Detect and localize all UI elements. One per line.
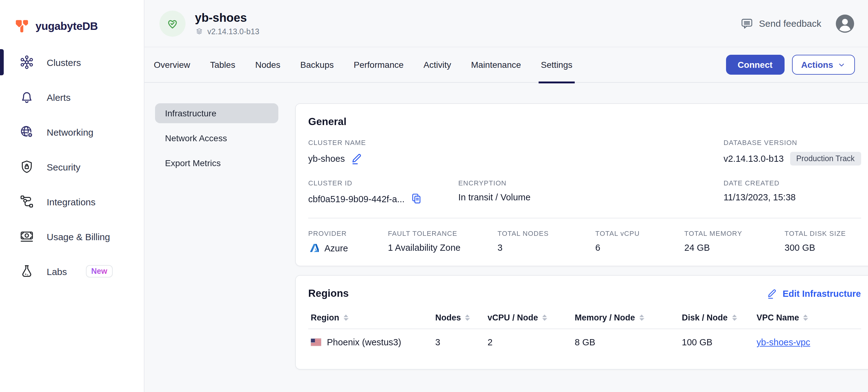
field-database-version: Database Version v2.14.13.0-b13 Producti… <box>723 139 861 165</box>
send-feedback-button[interactable]: Send feedback <box>740 17 821 30</box>
column-header-nodes[interactable]: Nodes <box>435 309 488 329</box>
azure-icon <box>308 243 319 253</box>
sidebar-nav: Clusters Alerts <box>0 45 144 289</box>
feedback-chat-icon <box>740 17 753 30</box>
copy-cluster-id-icon[interactable] <box>410 192 423 205</box>
subnav-item-network-access[interactable]: Network Access <box>155 128 278 148</box>
db-version-text: v2.14.13.0-b13 <box>207 27 259 36</box>
field-label: Total Disk Size <box>784 230 861 237</box>
brand-logo[interactable]: yugabyteDB <box>0 0 144 40</box>
field-cluster-name: Cluster Name yb-shoes <box>308 139 723 165</box>
general-card: General Cluster Name yb-shoes <box>295 103 868 266</box>
settings-content: Infrastructure Network Access Export Met… <box>145 83 868 369</box>
column-header-memory[interactable]: Memory / Node <box>575 309 682 329</box>
header-right: Send feedback <box>740 13 855 33</box>
date-created-value: 11/13/2023, 15:38 <box>723 192 796 202</box>
fault-tolerance-value: 1 Availability Zone <box>388 243 461 253</box>
field-total-memory: Total Memory 24 GB <box>684 230 784 253</box>
vpc-name-link[interactable]: yb-shoes-vpc <box>756 337 810 347</box>
sort-icon <box>803 314 809 322</box>
layers-icon <box>195 27 204 36</box>
total-disk-value: 300 GB <box>784 243 815 253</box>
field-total-nodes: Total Nodes 3 <box>497 230 595 253</box>
sidebar-item-security[interactable]: Security <box>0 149 144 184</box>
edit-cluster-name-icon[interactable] <box>350 152 363 165</box>
sidebar-item-label: Clusters <box>47 57 81 67</box>
sidebar-item-integrations[interactable]: Integrations <box>0 184 144 219</box>
app-root: yugabyteDB Clusters <box>0 0 868 392</box>
column-header-vpc[interactable]: VPC Name <box>756 309 861 329</box>
integrations-flow-icon <box>19 194 34 209</box>
sidebar-item-usage-billing[interactable]: Usage & Billing <box>0 219 144 254</box>
tab-activity[interactable]: Activity <box>424 47 451 83</box>
field-label: Provider <box>308 230 388 237</box>
user-avatar[interactable] <box>835 13 855 33</box>
connect-button[interactable]: Connect <box>726 55 784 75</box>
regions-card: Regions Edit Infrastructure <box>295 275 868 369</box>
production-track-badge: Production Track <box>790 152 861 165</box>
table-row-region[interactable]: Phoenix (westus3) 3 2 8 GB 100 GB yb-sho… <box>308 329 861 357</box>
field-cluster-id: Cluster ID cbf0a519-9b09-442f-a... <box>308 179 458 205</box>
subnav-item-infrastructure[interactable]: Infrastructure <box>155 103 278 123</box>
sidebar-item-label: Labs <box>47 266 67 276</box>
tab-backups[interactable]: Backups <box>301 47 334 83</box>
edit-infrastructure-link[interactable]: Edit Infrastructure <box>767 288 861 299</box>
region-nodes: 3 <box>435 329 488 357</box>
cards-column: General Cluster Name yb-shoes <box>295 103 868 369</box>
field-provider: Provider Azur <box>308 230 388 253</box>
regions-card-title: Regions <box>308 288 349 299</box>
settings-subnav: Infrastructure Network Access Export Met… <box>155 103 278 369</box>
sidebar-item-networking[interactable]: Networking <box>0 115 144 149</box>
total-nodes-value: 3 <box>497 243 502 253</box>
sidebar-item-clusters[interactable]: Clusters <box>0 45 144 79</box>
tab-overview[interactable]: Overview <box>154 47 190 83</box>
field-label: Total vCPU <box>595 230 684 237</box>
field-fault-tolerance: Fault Tolerance 1 Availability Zone <box>388 230 497 253</box>
field-label: Fault Tolerance <box>388 230 497 237</box>
tab-performance[interactable]: Performance <box>354 47 403 83</box>
shield-lock-icon <box>19 159 34 174</box>
region-vcpu: 2 <box>488 329 575 357</box>
encryption-value: In transit / Volume <box>458 192 530 202</box>
sort-icon <box>731 314 737 322</box>
tab-settings[interactable]: Settings <box>541 47 572 83</box>
field-label: Date Created <box>723 179 861 187</box>
cluster-name-value: yb-shoes <box>308 153 345 163</box>
cluster-health-badge <box>159 10 186 36</box>
sidebar-item-label: Integrations <box>47 196 96 207</box>
sort-icon <box>465 314 470 322</box>
sidebar-item-label: Security <box>47 161 80 172</box>
globe-gear-icon <box>19 125 34 139</box>
actions-button[interactable]: Actions <box>792 55 855 75</box>
field-label: Cluster Name <box>308 139 723 146</box>
clusters-icon <box>19 55 34 70</box>
actions-button-label: Actions <box>801 60 833 70</box>
tab-maintenance[interactable]: Maintenance <box>471 47 521 83</box>
column-header-disk[interactable]: Disk / Node <box>682 309 756 329</box>
edit-infrastructure-label: Edit Infrastructure <box>783 288 861 298</box>
subnav-item-export-metrics[interactable]: Export Metrics <box>155 153 278 173</box>
field-date-created: Date Created 11/13/2023, 15:38 <box>723 179 861 205</box>
field-label: Cluster ID <box>308 179 458 187</box>
field-label: Total Memory <box>684 230 784 237</box>
column-header-vcpu[interactable]: vCPU / Node <box>488 309 575 329</box>
column-header-region[interactable]: Region <box>308 309 435 329</box>
field-label: Database Version <box>723 139 861 146</box>
us-flag-icon <box>311 338 321 346</box>
chevron-down-icon <box>837 61 845 69</box>
version-row: v2.14.13.0-b13 <box>195 27 259 36</box>
tab-actions: Connect Actions <box>726 55 855 75</box>
edit-pencil-icon <box>767 288 778 299</box>
tab-tables[interactable]: Tables <box>210 47 236 83</box>
region-disk: 100 GB <box>682 329 756 357</box>
sort-icon <box>542 314 547 322</box>
main-area: yb-shoes v2.14.13.0-b13 <box>145 0 868 392</box>
banknote-icon <box>19 229 34 244</box>
title-block: yb-shoes v2.14.13.0-b13 <box>195 11 259 36</box>
sidebar-item-label: Alerts <box>47 92 71 102</box>
flask-icon <box>19 264 34 279</box>
sidebar: yugabyteDB Clusters <box>0 0 145 392</box>
tab-nodes[interactable]: Nodes <box>255 47 280 83</box>
sidebar-item-labs[interactable]: Labs New <box>0 254 144 289</box>
sidebar-item-alerts[interactable]: Alerts <box>0 79 144 115</box>
